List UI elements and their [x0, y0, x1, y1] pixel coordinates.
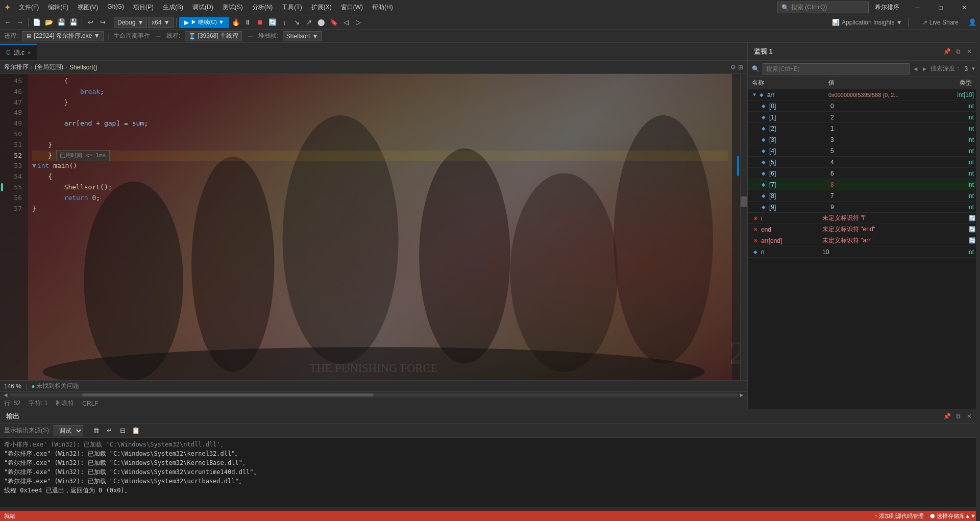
platform-dropdown[interactable]: x64 ▼: [148, 17, 173, 28]
undo-button[interactable]: ↩: [85, 17, 96, 28]
watch-pin-button[interactable]: 📌: [942, 47, 951, 56]
search-box[interactable]: 🔍 搜索 (Ctrl+Q): [777, 2, 869, 13]
editor-hscrollbar[interactable]: ◄ ►: [0, 391, 747, 398]
status-add-to-source[interactable]: ↑ 添加到源代码管理: [875, 512, 924, 520]
watch-row-9[interactable]: ◆ [9] 9 int: [748, 202, 980, 213]
menu-project[interactable]: 项目(P): [129, 2, 158, 13]
step-out-button[interactable]: ↗: [304, 17, 315, 28]
menu-edit[interactable]: 编辑(E): [44, 2, 72, 13]
menu-tools[interactable]: 工具(T): [278, 2, 306, 13]
watch-row-arr[interactable]: ▼ ◆ arr 0x0000000f5395f588 {0, 2... int[…: [748, 89, 980, 101]
watch-row-3[interactable]: ◆ [3] 3 int: [748, 134, 980, 145]
liveshare-button[interactable]: ↗ Live Share: [918, 19, 963, 26]
output-wrap-button[interactable]: ↵: [104, 425, 115, 436]
application-insights-button[interactable]: 📊 Application Insights ▼: [832, 19, 902, 26]
watch-scrollbar[interactable]: [976, 43, 980, 409]
stack-dropdown[interactable]: Shellsort ▼: [283, 31, 322, 41]
step-over-button[interactable]: ↓: [279, 17, 290, 28]
refresh-icon-i[interactable]: 🔄: [969, 215, 976, 221]
tab-close-button[interactable]: ×: [28, 49, 31, 56]
depth-dropdown-button[interactable]: ▼: [971, 66, 976, 71]
watch-search-input[interactable]: [763, 63, 910, 75]
process-dropdown[interactable]: 🖥 [22924] 希尔排序.exe ▼: [22, 31, 103, 41]
output-hscrollbar[interactable]: [0, 507, 980, 511]
hscroll-left-button[interactable]: ◄: [2, 392, 9, 398]
maximize-button[interactable]: □: [929, 0, 952, 15]
hscroll-right-button[interactable]: ►: [738, 392, 745, 398]
hot-reload-button[interactable]: 🔥: [230, 17, 241, 28]
breadcrumb-project[interactable]: 希尔排序: [4, 63, 29, 71]
menu-analyze[interactable]: 分析(N): [248, 2, 277, 13]
watch-rows[interactable]: ▼ ◆ arr 0x0000000f5395f588 {0, 2... int[…: [748, 89, 980, 409]
output-pin-button[interactable]: 📌: [942, 412, 951, 421]
output-float-button[interactable]: ⧉: [953, 412, 963, 421]
stop-button[interactable]: ⏹: [255, 17, 266, 28]
step-into-button[interactable]: ↘: [291, 17, 303, 28]
arrow-right-icon[interactable]: ►: [922, 65, 928, 72]
debug-config-dropdown[interactable]: Debug ▼: [114, 17, 147, 28]
code-editor[interactable]: { break; } arr[end + gap] = sum;: [28, 74, 732, 380]
scrollbar-thumb[interactable]: [741, 196, 747, 207]
pause-button[interactable]: ⏸: [242, 17, 254, 28]
watch-row-8[interactable]: ◆ [8] 7 int: [748, 190, 980, 202]
status-ready[interactable]: 就绪: [4, 512, 15, 520]
watch-close-button[interactable]: ✕: [965, 47, 974, 56]
nav-forward-button[interactable]: →: [14, 17, 26, 28]
output-source-select[interactable]: 调试: [54, 425, 83, 436]
breakpoints-button[interactable]: ⬤: [316, 17, 327, 28]
output-copy-button[interactable]: 📋: [130, 425, 141, 436]
menu-git[interactable]: Git(G): [103, 2, 128, 13]
menu-window[interactable]: 窗口(W): [337, 2, 367, 13]
watch-row-end[interactable]: ⊗ end 未定义标识符 "end" 🔄: [748, 224, 980, 235]
watch-row-2[interactable]: ◆ [2] 1 int: [748, 123, 980, 134]
line-ending-info[interactable]: CRLF: [82, 400, 98, 407]
editor-settings-icon[interactable]: ⚙: [730, 64, 736, 71]
watch-row-arrend[interactable]: ⊗ arr[end] 未定义标识符 "arr" 🔄: [748, 235, 980, 246]
watch-row-5[interactable]: ◆ [5] 4 int: [748, 157, 980, 168]
refresh-icon-arrend[interactable]: 🔄: [969, 237, 976, 244]
watch-float-button[interactable]: ⧉: [953, 47, 963, 56]
menu-file[interactable]: 文件(F): [15, 2, 43, 13]
char-info[interactable]: 字符: 1: [29, 399, 47, 408]
status-problems[interactable]: ● 未找到相关问题: [31, 382, 79, 390]
save-button[interactable]: 💾: [56, 17, 67, 28]
nav-back-button[interactable]: ←: [2, 17, 13, 28]
status-select-repo[interactable]: ⬢ 选择存储库▲▼: [930, 512, 976, 520]
bookmark-prev-button[interactable]: ◁: [340, 17, 352, 28]
save-all-button[interactable]: 💾: [68, 17, 79, 28]
watch-row-4[interactable]: ◆ [4] 5 int: [748, 145, 980, 157]
code-area[interactable]: THE PUNISHING FORCE 2 45 46 47 48 49 50: [0, 74, 747, 380]
code-content[interactable]: 45 46 47 48 49 50 51 ⮕ 52 53 54: [0, 74, 747, 380]
watch-row-7[interactable]: ◆ [7] 8 int: [748, 179, 980, 190]
editor-split-icon[interactable]: ⊞: [738, 64, 743, 71]
editor-scrollbar[interactable]: [740, 74, 747, 380]
hscroll-track[interactable]: [9, 393, 738, 396]
redo-button[interactable]: ↪: [97, 17, 108, 28]
line-info[interactable]: 行: 52: [4, 399, 20, 408]
restart-button[interactable]: 🔄: [267, 17, 278, 28]
close-button[interactable]: ✕: [952, 0, 976, 15]
menu-build[interactable]: 生成(B): [159, 2, 187, 13]
bookmark-next-button[interactable]: ▷: [353, 17, 364, 28]
menu-debug[interactable]: 调试(D): [188, 2, 217, 13]
menu-view[interactable]: 视图(V): [74, 2, 102, 13]
encoding-info[interactable]: 制表符: [56, 399, 74, 408]
refresh-icon-end[interactable]: 🔄: [969, 226, 976, 233]
menu-test[interactable]: 测试(S): [218, 2, 247, 13]
hscroll-thumb[interactable]: [82, 393, 374, 396]
output-close-button[interactable]: ✕: [965, 412, 974, 421]
watch-row-i[interactable]: ⊗ i 未定义标识符 "i" 🔄: [748, 213, 980, 224]
watch-row-0[interactable]: ◆ [0] 0 int: [748, 101, 980, 112]
zoom-level[interactable]: 146 %: [4, 383, 21, 390]
watch-row-1[interactable]: ◆ [1] 2 int: [748, 112, 980, 123]
menu-help[interactable]: 帮助(H): [368, 2, 397, 13]
tab-source-c[interactable]: C 源.c ×: [0, 44, 37, 60]
open-file-button[interactable]: 📂: [43, 17, 55, 28]
new-file-button[interactable]: 📄: [31, 17, 42, 28]
minimize-button[interactable]: ─: [905, 0, 929, 15]
watch-row-6[interactable]: ◆ [6] 6 int: [748, 168, 980, 179]
continue-button[interactable]: ▶ ▶ 继续(C) ▼: [179, 17, 229, 28]
expand-icon-arr[interactable]: ▼: [752, 92, 757, 97]
breadcrumb-scope[interactable]: (全局范围): [35, 63, 63, 71]
output-filter-button[interactable]: ⊟: [117, 425, 128, 436]
